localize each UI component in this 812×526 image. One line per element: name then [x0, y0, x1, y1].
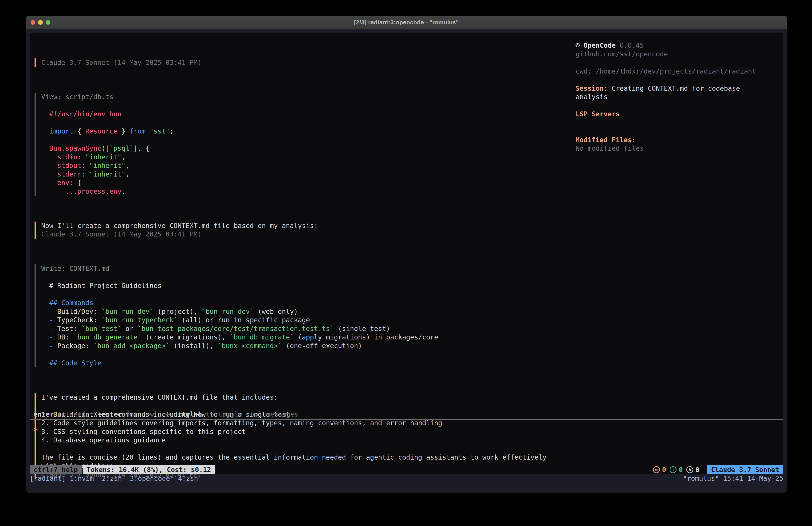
warning-icon: w — [653, 466, 660, 473]
text-segment: stdout — [57, 161, 81, 169]
text-segment: `bun run typecheck` — [101, 316, 178, 324]
info-icon: i — [670, 466, 677, 473]
text-segment: `bun add <package>` — [93, 342, 170, 350]
terminal-line: View: script/db.ts — [41, 93, 546, 101]
terminal-line: cwd: /home/thdxr/dev/projects/radiant/ra… — [576, 67, 781, 76]
tmux-window-list: [radiant] 1:nvim 2:zsh- 3:opencode* 4:zs… — [30, 474, 198, 483]
text-segment: (project), — [154, 308, 202, 315]
tool-block-view-db-ts: View: script/db.ts #!/usr/bin/env bun im… — [34, 93, 546, 196]
text-segment: "inherit" — [89, 161, 126, 169]
text-segment: Build/Dev: — [53, 308, 101, 315]
composer-input-area[interactable]: > — [30, 420, 783, 465]
tmux-status-bar: [radiant] 1:nvim 2:zsh- 3:opencode* 4:zs… — [30, 474, 783, 483]
assistant-message-intro: Now I'll create a comprehensive CONTEXT.… — [34, 222, 546, 239]
tool-block-write-context-md: Write: CONTEXT.md # Radiant Project Guid… — [34, 264, 546, 367]
text-segment: ! — [53, 110, 57, 118]
text-segment: - — [49, 325, 53, 332]
terminal-line: Claude 3.7 Sonnet (14 May 2025 03:41 PM) — [41, 58, 546, 67]
text-segment: github.com/sst/opencode — [576, 50, 668, 58]
text-segment: ], { — [133, 144, 149, 152]
text-segment: © OpenCode — [576, 41, 616, 49]
traffic-lights — [30, 16, 50, 29]
terminal-line: stderr: "inherit", — [41, 170, 546, 179]
terminal-line — [41, 101, 546, 110]
text-segment: `bun db generate` — [73, 333, 142, 341]
terminal-line — [576, 101, 781, 110]
text-segment: cwd: /home/thdxr/dev/projects/radiant/ra… — [576, 67, 756, 75]
terminal-line: - Test: `bun test` or `bun test packages… — [41, 325, 546, 333]
text-segment: , — [121, 153, 126, 161]
text-segment: : — [81, 161, 89, 169]
text-segment: \+enter — [94, 410, 122, 418]
window-title: [2/3] radiant:3:opencode - "romulus" — [354, 19, 459, 26]
assistant-message-header: Claude 3.7 Sonnet (14 May 2025 03:41 PM) — [34, 58, 546, 67]
text-segment: ...process.env — [65, 187, 121, 195]
text-segment: enter — [34, 410, 54, 418]
text-segment: "sst" — [149, 127, 170, 135]
terminal-line: github.com/sst/opencode — [576, 50, 781, 59]
terminal-line: Modified Files: — [576, 136, 781, 144]
terminal-line: Bun.spawnSync([`psql`], { — [41, 144, 546, 153]
text-segment: `bun test` — [81, 325, 121, 332]
text-segment: import — [49, 127, 77, 135]
terminal-line: ## Commands — [41, 299, 546, 307]
composer-prompt-line: > — [34, 425, 38, 434]
terminal-line — [576, 118, 781, 127]
text-segment: LSP Servers — [576, 110, 620, 118]
text-segment: DB: — [53, 333, 73, 341]
text-segment — [41, 179, 57, 187]
text-segment: - — [49, 333, 53, 341]
text-segment: to toggle tool messages — [202, 410, 299, 418]
text-segment: : — [81, 170, 89, 178]
text-segment — [41, 153, 57, 161]
text-segment: (single test) — [334, 325, 390, 332]
text-segment — [41, 316, 49, 324]
terminal-line: Write: CONTEXT.md — [41, 264, 546, 273]
opencode-app: Claude 3.7 Sonnet (14 May 2025 03:41 PM)… — [30, 33, 783, 474]
status-bar: ctrl+? help Tokens: 16.4K (8%), Cost: $0… — [30, 465, 783, 474]
terminal-line — [576, 127, 781, 136]
hint-icon: h — [686, 466, 693, 473]
text-segment: stdin — [57, 153, 77, 161]
help-key-badge: ctrl+? help — [30, 465, 82, 474]
text-segment: , — [121, 187, 126, 195]
terminal-line: ## Code Style — [41, 359, 546, 368]
terminal-line: I've created a comprehensive CONTEXT.md … — [41, 393, 546, 402]
terminal-line: # Radiant Project Guidelines — [41, 282, 546, 290]
text-segment: ## Commands — [49, 299, 93, 307]
text-segment: `bun run dev` — [202, 308, 254, 315]
text-segment: : Creating CONTEXT.md for codebase — [604, 84, 740, 92]
text-segment — [41, 325, 49, 332]
warning-count: w 0 — [653, 465, 666, 474]
terminal-line: analysis — [576, 93, 781, 101]
statusbar-spacer — [215, 465, 653, 474]
terminal-line — [41, 136, 546, 144]
close-button[interactable] — [30, 20, 35, 25]
text-segment: (install), — [170, 342, 218, 350]
text-segment: No modified files — [576, 144, 644, 152]
zoom-button[interactable] — [46, 20, 50, 25]
text-segment: Now I'll create a comprehensive CONTEXT.… — [41, 222, 318, 230]
text-segment — [41, 333, 49, 341]
text-segment — [41, 299, 49, 307]
prompt-caret: > — [34, 426, 38, 433]
text-segment: (apply migrations) in packages/core — [294, 333, 438, 341]
text-segment: /usr/bin/env bun — [57, 110, 121, 118]
text-segment — [41, 127, 49, 135]
text-segment: `bun run dev` — [101, 308, 154, 315]
text-segment: { — [77, 179, 81, 187]
terminal-line: ...process.env, — [41, 187, 546, 196]
text-segment: Session — [576, 84, 604, 92]
text-segment: ; — [170, 127, 174, 135]
desktop: { "theme": { "desktop_bg": "#000000", "t… — [0, 0, 812, 526]
text-segment: ctrl+h — [178, 410, 202, 418]
text-segment: } — [117, 127, 129, 135]
minimize-button[interactable] — [38, 20, 43, 25]
text-segment: 0.0.45 — [616, 41, 644, 49]
text-segment: (one-off execution) — [282, 342, 362, 350]
text-segment: ## Code Style — [49, 359, 101, 367]
terminal-line: © OpenCode 0.0.45 — [576, 41, 781, 50]
terminal-line — [41, 118, 546, 127]
text-segment: : — [77, 153, 85, 161]
terminal-line: import { Resource } from "sst"; — [41, 127, 546, 136]
